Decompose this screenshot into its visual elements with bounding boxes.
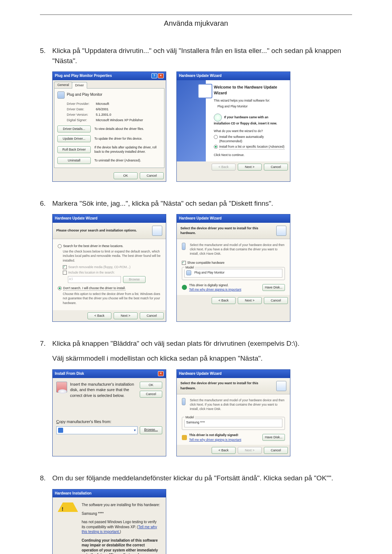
step-8-text: Om du ser följande meddelandefönster kli… (52, 473, 352, 483)
ok-button[interactable]: OK (140, 382, 162, 389)
step-7-text-1: Klicka på knappen "Bläddra" och välj sed… (52, 338, 352, 349)
disk-icon (56, 382, 67, 393)
help-icon[interactable]: ? (151, 73, 157, 78)
cancel-button[interactable]: Cancel (264, 447, 288, 454)
next-button[interactable]: Next > (238, 297, 262, 304)
page-title: Använda mjukvaran (40, 19, 352, 28)
dialog-hardware-installation-warning: Hardware Installation The software you a… (52, 489, 166, 554)
checkbox-include-location (63, 271, 67, 275)
signing-info-link[interactable]: Tell me why driver signing is important (189, 438, 241, 442)
label: Driver Date: (67, 107, 96, 112)
step-8-number: 8. (40, 473, 52, 554)
driver-details-button[interactable]: Driver Details... (57, 126, 91, 132)
dialog-title: Install From Disk (55, 371, 84, 377)
cancel-button[interactable]: Cancel (140, 312, 164, 319)
dialog-wizard-select-driver-unsigned: Hardware Update Wizard Select the device… (176, 369, 290, 456)
close-icon[interactable]: × (158, 73, 164, 78)
update-driver-button[interactable]: Update Driver... (57, 135, 91, 142)
step-6-text: Markera "Sök inte, jag...", klicka på "N… (52, 198, 352, 209)
next-button[interactable]: Next > (114, 312, 138, 319)
warning-icon (182, 435, 187, 440)
monitor-icon (182, 398, 185, 405)
tab-general[interactable]: General (54, 82, 72, 88)
label: Digital Signer: (67, 118, 96, 123)
cancel-button[interactable]: Cancel (140, 391, 162, 398)
dialog-driver-properties: Plug and Play Monitor Properties ? × Gen… (52, 71, 166, 182)
dialog-install-from-disk: Install From Disk × Insert the manufactu… (52, 369, 166, 456)
next-button[interactable]: Next > (238, 164, 262, 171)
label: Driver Provider: (67, 102, 96, 106)
signing-info-link[interactable]: Tell me why driver signing is important (189, 287, 241, 292)
monitor-icon (186, 270, 191, 275)
model-list[interactable]: Plug and Play Monitor (184, 269, 282, 278)
wizard-icon (198, 84, 212, 98)
device-name: Plug and Play Monitor (217, 104, 285, 108)
copy-from-label: CCopy manufacturer's files from:opy manu… (56, 419, 162, 425)
back-button[interactable]: < Back (212, 297, 236, 304)
cd-icon (214, 114, 222, 122)
browse-button[interactable]: Browse... (140, 426, 162, 434)
dialog-wizard-select-driver-signed: Hardware Update Wizard Select the device… (176, 214, 290, 322)
dialog-title: Hardware Update Wizard (179, 216, 222, 221)
back-button[interactable]: < Back (87, 312, 111, 319)
have-disk-button[interactable]: Have Disk... (262, 284, 285, 291)
wizard-step-icon (276, 226, 286, 236)
step-7-number: 7. (40, 338, 52, 466)
value: 6/6/2001 (96, 107, 161, 112)
dialog-title: Hardware Update Wizard (179, 371, 222, 377)
back-button: < Back (212, 164, 236, 171)
uninstall-button[interactable]: Uninstall (57, 157, 91, 164)
radio-dont-search[interactable] (58, 286, 62, 290)
cancel-button[interactable]: Cancel (264, 297, 288, 304)
warning-icon (58, 502, 78, 512)
device-name: Samsung **** (82, 511, 161, 516)
value: Microsoft Windows XP Publisher (96, 118, 161, 123)
label: Driver Version: (67, 112, 96, 117)
ok-button[interactable]: OK (114, 172, 138, 179)
dialog-wizard-welcome: Hardware Update Wizard Welcome to the Ha… (176, 71, 290, 182)
device-name: Plug and Play Monitor (67, 92, 102, 98)
dialog-title: Hardware Update Wizard (55, 216, 98, 221)
cancel-button[interactable]: Cancel (140, 172, 164, 179)
step-5-number: 5. (40, 46, 52, 191)
location-select: A:\ (68, 276, 121, 283)
signed-icon (182, 285, 187, 290)
dialog-title: Hardware Installation (55, 491, 91, 496)
rollback-driver-button[interactable]: Roll Back Driver (57, 146, 91, 153)
checkbox-removable (63, 265, 67, 269)
checkbox-compatible[interactable] (182, 261, 186, 265)
floppy-icon (58, 428, 63, 433)
close-icon[interactable]: × (158, 371, 164, 376)
value: Microsoft (96, 102, 161, 106)
wizard-step-icon (276, 381, 286, 391)
radio-search[interactable] (58, 244, 62, 248)
back-button[interactable]: < Back (212, 447, 236, 454)
monitor-icon (57, 91, 65, 99)
path-input[interactable]: ▾ (56, 426, 138, 434)
chevron-down-icon[interactable]: ▾ (134, 428, 136, 433)
radio-from-list[interactable] (214, 145, 218, 149)
wizard-heading: Welcome to the Hardware Update Wizard (214, 85, 285, 96)
tab-driver[interactable]: Driver (72, 82, 87, 89)
dialog-wizard-search-options: Hardware Update Wizard Please choose you… (52, 214, 166, 322)
browse-button: Browse (123, 276, 146, 283)
radio-auto[interactable] (214, 135, 218, 139)
have-disk-button[interactable]: Have Disk... (262, 434, 285, 441)
cancel-button[interactable]: Cancel (264, 164, 288, 171)
model-list[interactable]: Samsung **** (184, 419, 282, 427)
dialog-title: Hardware Update Wizard (179, 73, 222, 79)
step-5-text: Klicka på "Uppdatera drivrutin..." och v… (52, 46, 352, 66)
step-7-text-2: Välj skärmmodell i modellistan och klick… (52, 353, 352, 364)
dialog-title: Plug and Play Monitor Properties (55, 73, 112, 79)
monitor-icon (182, 243, 185, 250)
wizard-step-icon (152, 226, 162, 236)
value: 5.1.2001.0 (96, 112, 161, 117)
next-button: Next > (238, 447, 262, 454)
step-6-number: 6. (40, 198, 52, 331)
